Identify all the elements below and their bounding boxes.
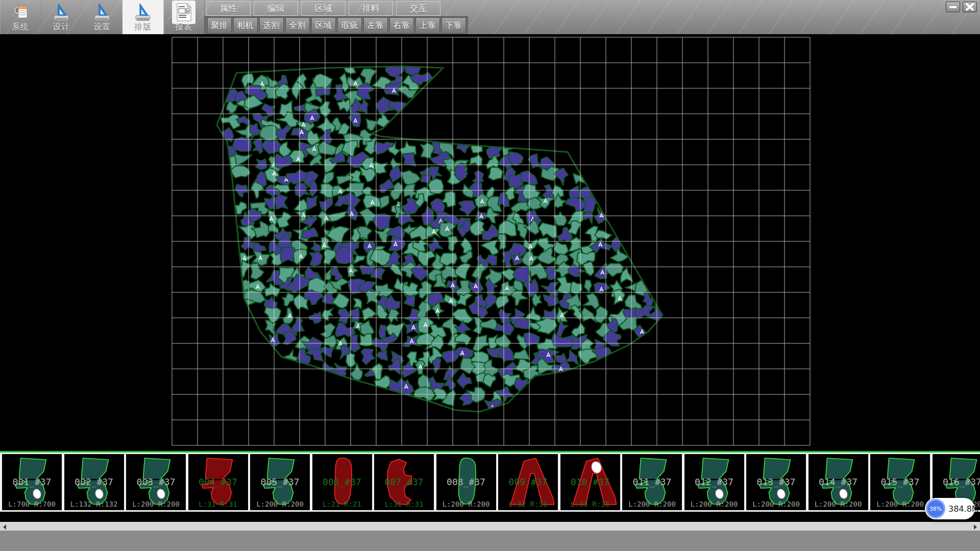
download-size: 384.8M bbox=[948, 498, 979, 519]
piece-thumbnail-label: 002_#37 bbox=[64, 477, 124, 487]
piece-thumbnail-1[interactable]: 001_#37L:700 R:700 bbox=[2, 454, 62, 510]
piece-thumbnail-8[interactable]: 008_#37L:200 R:200 bbox=[436, 454, 496, 510]
toolbar-item-label: 排版 bbox=[122, 22, 163, 33]
piece-thumbnail-11[interactable]: 011_#37L:200 R:200 bbox=[622, 454, 682, 510]
report-icon bbox=[174, 2, 194, 22]
ruler-icon bbox=[133, 2, 153, 22]
piece-thumbnail-4[interactable]: 004_#37L:31 R:31 bbox=[188, 454, 248, 510]
piece-thumbnail-9[interactable]: 009_#37L:32 R:31 bbox=[498, 454, 558, 510]
piece-thumbnail-lr: L:200 R:200 bbox=[746, 500, 806, 508]
piece-thumbnail-label: 004_#37 bbox=[188, 477, 248, 487]
piece-thumbnail-lr: L:33 R:33 bbox=[560, 500, 620, 508]
piece-thumbnail-lr: L:200 R:200 bbox=[870, 500, 930, 508]
window-controls bbox=[946, 2, 977, 12]
piece-thumbnail-label: 008_#37 bbox=[436, 477, 496, 487]
minimize-button[interactable] bbox=[946, 2, 960, 12]
menu-tab-1[interactable]: 属性 bbox=[206, 1, 251, 16]
toolbar-item-3[interactable]: 设置 bbox=[82, 0, 123, 34]
piece-thumbnail-lr: L:200 R:200 bbox=[808, 500, 868, 508]
piece-thumbnail-label: 013_#37 bbox=[746, 477, 806, 487]
piece-thumbnail-lr: L:700 R:700 bbox=[2, 500, 62, 508]
progress-percent: 38% bbox=[929, 506, 942, 512]
tool-button-4[interactable]: 全割 bbox=[285, 17, 310, 34]
tool-button-row: 聚排相机选割全割区域瑕疵左靠右靠上靠下靠 bbox=[205, 16, 468, 34]
piece-thumbnail-label: 015_#37 bbox=[870, 477, 930, 487]
piece-thumbnail-lr: L:200 R:200 bbox=[126, 500, 186, 508]
piece-thumbnail-3[interactable]: 003_#37L:200 R:200 bbox=[126, 454, 186, 510]
minimize-icon bbox=[946, 2, 960, 12]
piece-thumbnail-label: 014_#37 bbox=[808, 477, 868, 487]
tool-button-6[interactable]: 瑕疵 bbox=[337, 17, 362, 34]
piece-thumbnail-label: 001_#37 bbox=[2, 477, 62, 487]
tool-button-8[interactable]: 右靠 bbox=[389, 17, 414, 34]
piece-thumbnail-2[interactable]: 002_#37L:132 R:132 bbox=[64, 454, 124, 510]
toolbar-item-4[interactable]: 排版 bbox=[122, 0, 164, 34]
nesting-canvas-svg bbox=[0, 34, 980, 451]
piece-thumbnail-label: 009_#37 bbox=[498, 477, 558, 487]
piece-thumbnail-lr: L:31 R:31 bbox=[374, 500, 434, 508]
horizontal-scrollbar[interactable] bbox=[0, 522, 980, 531]
piece-thumbnail-13[interactable]: 013_#37L:200 R:200 bbox=[746, 454, 806, 510]
scroll-left-icon[interactable] bbox=[0, 522, 10, 531]
tool-button-3[interactable]: 选割 bbox=[259, 17, 284, 34]
piece-thumbnail-lr: L:31 R:31 bbox=[188, 500, 248, 508]
toolbar-item-5[interactable]: 报表 bbox=[163, 0, 205, 34]
toolbar-item-1[interactable]: 系统 bbox=[0, 0, 41, 34]
piece-thumbnail-label: 016_#37 bbox=[933, 477, 980, 487]
tool-button-10[interactable]: 下靠 bbox=[442, 17, 466, 34]
piece-thumbnail-15[interactable]: 015_#37L:200 R:200 bbox=[870, 454, 930, 510]
close-icon bbox=[963, 2, 976, 12]
menu-tab-2[interactable]: 编辑 bbox=[254, 1, 298, 16]
ruler-icon bbox=[92, 2, 112, 22]
menu-tab-row: 属性编辑区域排料交互 bbox=[206, 1, 440, 16]
toolbar-item-label: 系统 bbox=[0, 22, 41, 33]
main-toolbar: 系统设计设置排版报表 属性编辑区域排料交互 聚排相机选割全割区域瑕疵左靠右靠上靠… bbox=[0, 0, 980, 35]
scroll-right-icon[interactable] bbox=[970, 522, 980, 531]
piece-thumbnail-12[interactable]: 012_#37L:200 R:200 bbox=[684, 454, 744, 510]
piece-thumbnail-lr: L:200 R:200 bbox=[622, 500, 682, 508]
piece-thumbnail-label: 010_#37 bbox=[560, 477, 620, 487]
piece-thumbnail-lr: L:200 R:200 bbox=[250, 500, 310, 508]
piece-thumbnail-lr: L:21 R:21 bbox=[312, 500, 372, 508]
toolbar-item-label: 设计 bbox=[41, 22, 82, 33]
tool-button-2[interactable]: 相机 bbox=[233, 17, 258, 34]
progress-badge: 38% bbox=[926, 499, 945, 518]
menu-tab-5[interactable]: 交互 bbox=[396, 1, 440, 16]
piece-thumbnail-lr: L:200 R:200 bbox=[436, 500, 496, 508]
piece-thumbnail-lr: L:32 R:31 bbox=[498, 500, 558, 508]
ruler-icon bbox=[51, 2, 71, 22]
tool-button-1[interactable]: 聚排 bbox=[207, 17, 232, 34]
piece-thumbnail-label: 011_#37 bbox=[622, 477, 682, 487]
nesting-canvas[interactable] bbox=[0, 34, 980, 451]
close-button[interactable] bbox=[963, 2, 977, 12]
bottom-status-band bbox=[0, 531, 980, 551]
tool-button-9[interactable]: 上靠 bbox=[415, 17, 440, 34]
piece-thumbnail-label: 005_#37 bbox=[250, 477, 310, 487]
piece-thumbnail-lr: L:132 R:132 bbox=[64, 500, 124, 508]
menu-tab-3[interactable]: 区域 bbox=[301, 1, 346, 16]
download-pill[interactable]: 38% 384.8M bbox=[925, 498, 975, 519]
app-window: 系统设计设置排版报表 属性编辑区域排料交互 聚排相机选割全割区域瑕疵左靠右靠上靠… bbox=[0, 0, 980, 551]
piece-thumbnail-label: 007_#37 bbox=[374, 477, 434, 487]
toolbar-item-label: 报表 bbox=[163, 22, 204, 33]
gear-doc-icon bbox=[10, 2, 31, 22]
piece-thumbnail-label: 006_#37 bbox=[312, 477, 372, 487]
toolbar-item-2[interactable]: 设计 bbox=[41, 0, 82, 34]
piece-filmstrip: 001_#37L:700 R:700002_#37L:132 R:132003_… bbox=[0, 453, 980, 512]
piece-thumbnail-14[interactable]: 014_#37L:200 R:200 bbox=[808, 454, 868, 510]
piece-thumbnail-5[interactable]: 005_#37L:200 R:200 bbox=[250, 454, 310, 510]
menu-tab-4[interactable]: 排料 bbox=[349, 1, 393, 16]
piece-thumbnail-label: 003_#37 bbox=[126, 477, 186, 487]
tool-button-7[interactable]: 左靠 bbox=[363, 17, 388, 34]
piece-thumbnail-7[interactable]: 007_#37L:31 R:31 bbox=[374, 454, 434, 510]
toolbar-item-label: 设置 bbox=[82, 22, 122, 33]
piece-thumbnail-label: 012_#37 bbox=[684, 477, 744, 487]
tool-button-5[interactable]: 区域 bbox=[311, 17, 336, 34]
piece-thumbnail-10[interactable]: 010_#37L:33 R:33 bbox=[560, 454, 620, 510]
piece-thumbnail-6[interactable]: 006_#37L:21 R:21 bbox=[312, 454, 372, 510]
piece-thumbnail-lr: L:200 R:200 bbox=[684, 500, 744, 508]
filmstrip-lower-gap bbox=[0, 512, 980, 522]
